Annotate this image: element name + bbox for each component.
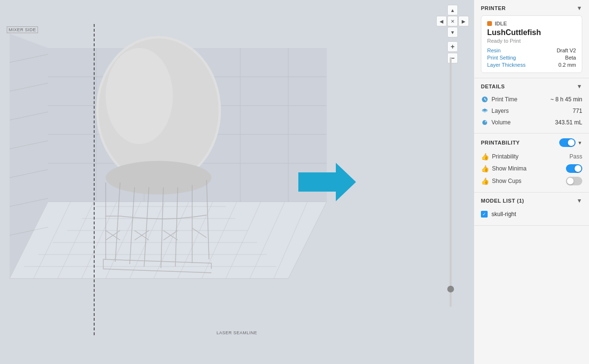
model-list-item: ✓ skull-right <box>481 208 582 220</box>
volume-label: Volume <box>491 119 511 126</box>
details-section-title: DETAILS <box>481 84 505 89</box>
print-time-value: ~ 8 h 45 min <box>551 96 582 103</box>
volume-value: 343.51 mL <box>555 119 582 126</box>
printability-main-toggle-container: ▼ <box>559 138 582 147</box>
model-checkbox[interactable]: ✓ <box>481 211 488 218</box>
laser-seamline-label: LASER SEAMLINE <box>217 330 258 335</box>
zoom-in-button[interactable]: + <box>447 41 458 52</box>
svg-point-44 <box>106 48 173 144</box>
printer-section-header: PRINTER ▼ <box>481 5 582 12</box>
status-indicator <box>487 21 492 26</box>
mixer-side-label: MIXER SIDE <box>7 26 38 33</box>
viewport: MIXER SIDE LASER SEAMLINE ▲ ◀ ✕ ▶ ▼ + − <box>0 0 474 364</box>
show-cups-row: 👍 Show Cups <box>481 175 582 187</box>
nav-empty-bl <box>436 27 447 37</box>
print-time-row: Print Time ~ 8 h 45 min <box>481 94 582 105</box>
pan-down-button[interactable]: ▼ <box>447 27 458 37</box>
svg-point-45 <box>106 161 211 194</box>
slider-thumb <box>447 286 454 292</box>
show-cups-thumb-icon: 👍 <box>481 177 489 185</box>
show-minima-label: Show Minima <box>492 165 527 172</box>
dashed-center-line <box>94 24 95 335</box>
show-minima-toggle-knob <box>575 165 581 172</box>
model-list-arrow[interactable]: ▼ <box>577 197 582 204</box>
show-minima-thumb-icon: 👍 <box>481 165 489 172</box>
zoom-controls: + − <box>447 41 458 63</box>
show-minima-row: 👍 Show Minima <box>481 162 582 175</box>
print-time-icon <box>481 96 489 103</box>
resin-value: Draft V2 <box>557 48 576 53</box>
show-cups-label: Show Cups <box>492 178 521 184</box>
right-panel: PRINTER ▼ IDLE LushCuttlefish Ready to P… <box>474 0 589 364</box>
printability-row-label: Printability <box>492 153 518 160</box>
show-minima-toggle[interactable] <box>566 164 582 173</box>
model-name: skull-right <box>491 211 516 218</box>
printer-card: IDLE LushCuttlefish Ready to Print Resin… <box>481 15 582 73</box>
pan-center-button[interactable]: ✕ <box>447 16 458 26</box>
model-list-title: MODEL LIST (1) <box>481 198 524 204</box>
details-section: DETAILS ▼ Print Time ~ 8 h 45 min <box>474 78 589 133</box>
layer-thickness-value: 0.2 mm <box>557 62 576 68</box>
layers-row: Layers 771 <box>481 105 582 117</box>
volume-icon <box>481 119 489 126</box>
printability-main-toggle[interactable] <box>559 138 576 147</box>
printability-pass-value: Pass <box>569 153 582 160</box>
layers-value: 771 <box>573 108 582 114</box>
layers-label: Layers <box>491 108 509 114</box>
details-section-arrow[interactable]: ▼ <box>577 83 582 90</box>
print-setting-value: Beta <box>557 55 576 61</box>
zoom-out-button[interactable]: − <box>447 53 458 63</box>
model-list-section: MODEL LIST (1) ▼ ✓ skull-right <box>474 193 589 226</box>
printer-status: IDLE <box>487 21 576 26</box>
printer-section-arrow[interactable]: ▼ <box>577 5 582 12</box>
printability-section: PRINTABILITY ▼ 👍 Printability Pass 👍 Sho… <box>474 133 589 193</box>
printability-toggle-arrow[interactable]: ▼ <box>577 140 582 146</box>
nav-empty-br <box>458 27 469 37</box>
print-time-label: Print Time <box>491 96 517 103</box>
printer-name: LushCuttlefish <box>487 28 576 37</box>
printability-thumb-icon: 👍 <box>481 153 489 160</box>
details-section-header: DETAILS ▼ <box>481 83 582 90</box>
printability-section-title: PRINTABILITY <box>481 140 520 146</box>
pan-left-button[interactable]: ◀ <box>436 16 447 26</box>
model-list-header: MODEL LIST (1) ▼ <box>481 197 582 204</box>
printability-toggle-knob <box>568 139 575 146</box>
svg-point-77 <box>485 121 487 122</box>
printer-ready-text: Ready to Print <box>487 38 576 44</box>
printability-pass-row: 👍 Printability Pass <box>481 151 582 162</box>
resin-label[interactable]: Resin <box>487 48 553 53</box>
nav-empty-tr <box>458 5 469 15</box>
show-cups-toggle[interactable] <box>566 177 582 185</box>
printer-section: PRINTER ▼ IDLE LushCuttlefish Ready to P… <box>474 0 589 78</box>
navigation-controls: ▲ ◀ ✕ ▶ ▼ + − <box>436 5 469 63</box>
layer-slider[interactable] <box>450 57 452 307</box>
pan-up-button[interactable]: ▲ <box>447 5 458 15</box>
grid-background <box>0 0 474 364</box>
printer-details-grid: Resin Draft V2 Print Setting Beta Layer … <box>487 48 576 68</box>
nav-empty-tl <box>436 5 447 15</box>
show-cups-toggle-knob <box>567 178 574 184</box>
printer-section-title: PRINTER <box>481 5 506 11</box>
layer-thickness-label[interactable]: Layer Thickness <box>487 62 553 68</box>
printability-header: PRINTABILITY ▼ <box>481 138 582 147</box>
pan-right-button[interactable]: ▶ <box>458 16 469 26</box>
svg-line-57 <box>149 218 163 219</box>
layers-icon <box>481 107 489 115</box>
print-setting-label[interactable]: Print Setting <box>487 55 553 61</box>
pan-controls: ▲ ◀ ✕ ▶ ▼ <box>436 5 469 37</box>
status-text: IDLE <box>495 21 507 26</box>
layer-slider-container <box>450 10 452 354</box>
svg-marker-2 <box>10 202 327 279</box>
volume-row: Volume 343.51 mL <box>481 117 582 128</box>
svg-line-58 <box>163 218 178 219</box>
